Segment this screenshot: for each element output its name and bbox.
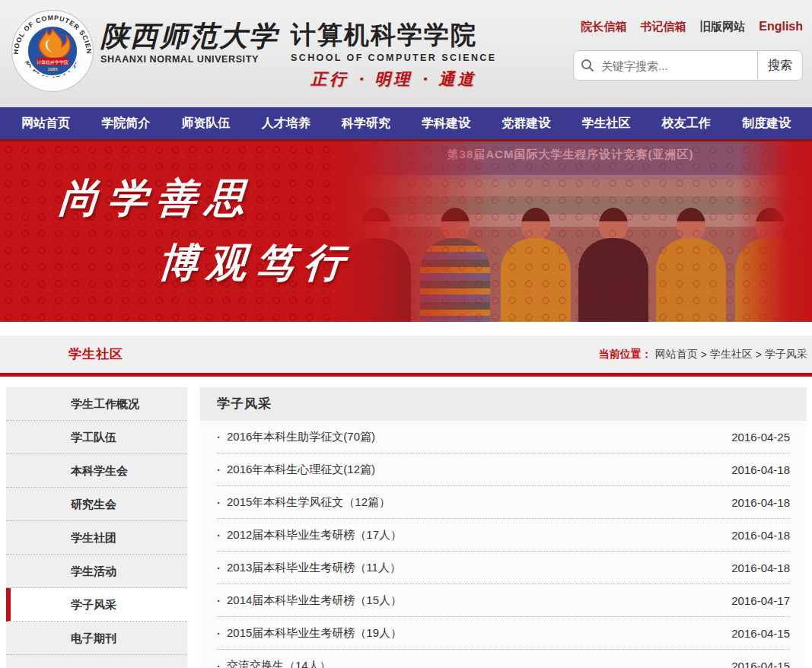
article-row: · 2015届本科毕业生考研榜（19人） 2016-04-15 [217, 617, 790, 650]
page: SCHOOL OF COMPUTER SCIENCE 陕西师范大学 计算机科学学… [0, 0, 812, 668]
article-link[interactable]: 2013届本科毕业生考研榜（11人） [227, 561, 401, 575]
search-box: 搜索 [573, 50, 803, 81]
link-secretary-mailbox[interactable]: 书记信箱 [640, 20, 686, 34]
sidebar-item-activities[interactable]: 学生活动 [6, 555, 187, 588]
article-link[interactable]: 2015年本科生学风征文（12篇） [227, 495, 390, 510]
school-name-cn: 计算机科学学院 [291, 21, 497, 49]
breadcrumb: 当前位置： 网站首页 > 学生社区 > 学子风采 [599, 348, 807, 361]
article-link[interactable]: 交流交换生（14人） [227, 659, 331, 668]
nav-item-talent[interactable]: 人才培养 [262, 116, 310, 132]
article-date: 2016-04-15 [731, 627, 790, 640]
breadcrumb-label: 当前位置： [599, 348, 652, 361]
article-row: · 2016年本科生心理征文(12篇) 2016-04-18 [217, 453, 790, 486]
article-link[interactable]: 2012届本科毕业生考研榜（17人） [227, 528, 402, 542]
bullet-icon: · [217, 660, 221, 668]
article-list: · 2016年本科生助学征文(70篇) 2016-04-25 · 2016年本科… [200, 421, 807, 668]
bullet-icon: · [217, 496, 221, 509]
seal-year: 1985 [47, 66, 58, 72]
nav-item-student-community[interactable]: 学生社区 [582, 116, 631, 132]
article-row: · 2013届本科毕业生考研榜（11人） 2016-04-18 [217, 552, 790, 584]
breadcrumb-separator: > [701, 348, 707, 361]
search-button[interactable]: 搜索 [758, 51, 802, 80]
banner-slogan-line2: 博观笃行 [157, 237, 355, 290]
banner-slogan-line1: 尚学善思 [58, 172, 256, 225]
bullet-icon: · [217, 463, 221, 476]
banner-fade-right [336, 142, 812, 322]
nav-item-discipline[interactable]: 学科建设 [422, 116, 470, 132]
hero-banner: 第38届ACM国际大学生程序设计竞赛(亚洲区) 尚学善思 博观笃行 [0, 139, 812, 322]
main-nav: 网站首页 学院简介 师资队伍 人才培养 科学研究 学科建设 党群建设 学生社区 … [0, 107, 812, 139]
breadcrumb-separator: > [756, 348, 762, 361]
link-english[interactable]: English [759, 20, 803, 34]
search-input[interactable] [601, 59, 757, 72]
school-motto: 正行 · 明理 · 通道 [291, 68, 497, 90]
nav-item-party[interactable]: 党群建设 [502, 116, 550, 132]
nav-item-home[interactable]: 网站首页 [21, 116, 70, 132]
sidebar-item-overview[interactable]: 学生工作概况 [6, 387, 187, 421]
section-bar: 学生社区 当前位置： 网站首页 > 学生社区 > 学子风采 [0, 336, 812, 373]
article-row: · 2012届本科毕业生考研榜（17人） 2016-04-18 [217, 519, 790, 552]
bullet-icon: · [217, 561, 221, 574]
main-title: 学子风采 [200, 387, 807, 421]
main-content: 学子风采 · 2016年本科生助学征文(70篇) 2016-04-25 · 20… [200, 387, 807, 668]
nav-item-alumni[interactable]: 校友工作 [662, 116, 711, 132]
sidebar-item-ejournal[interactable]: 电子期刊 [6, 622, 187, 655]
sidebar-item-clubs[interactable]: 学生社团 [6, 521, 187, 555]
article-link[interactable]: 2014届本科毕业生考研榜（15人） [227, 593, 402, 608]
seal-inner-label: 计算机科学学院 [37, 59, 68, 65]
article-link[interactable]: 2016年本科生助学征文(70篇) [227, 430, 375, 444]
article-row: · 交流交换生（14人） 2016-04-15 [217, 650, 790, 668]
site-header: SCHOOL OF COMPUTER SCIENCE 陕西师范大学 计算机科学学… [0, 0, 812, 107]
nav-item-research[interactable]: 科学研究 [342, 116, 390, 132]
article-date: 2016-04-18 [731, 496, 790, 509]
breadcrumb-home[interactable]: 网站首页 [655, 348, 698, 361]
bullet-icon: · [217, 627, 221, 640]
article-date: 2016-04-18 [731, 529, 790, 542]
article-link[interactable]: 2015届本科毕业生考研榜（19人） [227, 626, 402, 641]
nav-item-faculty[interactable]: 师资队伍 [181, 116, 230, 132]
article-date: 2016-04-17 [731, 594, 790, 607]
brand-block: 陕西师范大学 SHAANXI NORMAL UNIVERSITY 计算机科学学院… [100, 21, 497, 90]
school-name-block: 计算机科学学院 SCHOOL OF COMPUTER SCIENCE 正行 · … [291, 21, 497, 90]
article-row: · 2016年本科生助学征文(70篇) 2016-04-25 [217, 421, 790, 453]
sidebar-item-grad-union[interactable]: 研究生会 [6, 488, 187, 521]
content-columns: 学生工作概况 学工队伍 本科学生会 研究生会 学生社团 学生活动 学子风采 电子… [0, 377, 812, 668]
article-row: · 2015年本科生学风征文（12篇） 2016-04-18 [217, 486, 790, 519]
link-old-site[interactable]: 旧版网站 [699, 20, 745, 34]
sidebar-item-undergrad-union[interactable]: 本科学生会 [6, 454, 187, 488]
bullet-icon: · [217, 594, 221, 607]
sidebar-menu: 学生工作概况 学工队伍 本科学生会 研究生会 学生社团 学生活动 学子风采 电子… [6, 387, 187, 668]
sidebar-item-student-style[interactable]: 学子风采 [6, 588, 187, 622]
university-name-block: 陕西师范大学 SHAANXI NORMAL UNIVERSITY [100, 21, 279, 90]
link-dean-mailbox[interactable]: 院长信箱 [581, 20, 626, 34]
article-link[interactable]: 2016年本科生心理征文(12篇) [227, 463, 375, 477]
breadcrumb-current[interactable]: 学子风采 [765, 348, 807, 361]
breadcrumb-student-community[interactable]: 学生社区 [710, 348, 753, 361]
bullet-icon: · [217, 529, 221, 542]
article-date: 2016-04-18 [731, 463, 790, 476]
school-seal-icon: SCHOOL OF COMPUTER SCIENCE 陕西师范大学 计算机科学学… [11, 9, 94, 93]
bullet-icon: · [217, 431, 221, 444]
article-date: 2016-04-25 [731, 431, 790, 444]
nav-item-about[interactable]: 学院简介 [101, 116, 150, 132]
search-icon [574, 59, 601, 72]
school-name-en: SCHOOL OF COMPUTER SCIENCE [291, 52, 497, 63]
school-logo[interactable]: SCHOOL OF COMPUTER SCIENCE 陕西师范大学 计算机科学学… [11, 9, 94, 96]
banner-photo: 第38届ACM国际大学生程序设计竞赛(亚洲区) [336, 142, 812, 322]
university-name-en: SHAANXI NORMAL UNIVERSITY [100, 54, 279, 65]
quick-links: 院长信箱 书记信箱 旧版网站 English [559, 20, 803, 34]
article-row: · 2014届本科毕业生考研榜（15人） 2016-04-17 [217, 584, 790, 617]
sidebar-item-staff[interactable]: 学工队伍 [6, 421, 187, 454]
article-date: 2016-04-15 [731, 660, 790, 668]
section-title: 学生社区 [68, 345, 123, 363]
nav-item-institution[interactable]: 制度建设 [742, 116, 791, 132]
header-right: 院长信箱 书记信箱 旧版网站 English 搜索 [559, 20, 803, 81]
article-date: 2016-04-18 [731, 561, 790, 574]
university-name-cn: 陕西师范大学 [100, 21, 279, 51]
